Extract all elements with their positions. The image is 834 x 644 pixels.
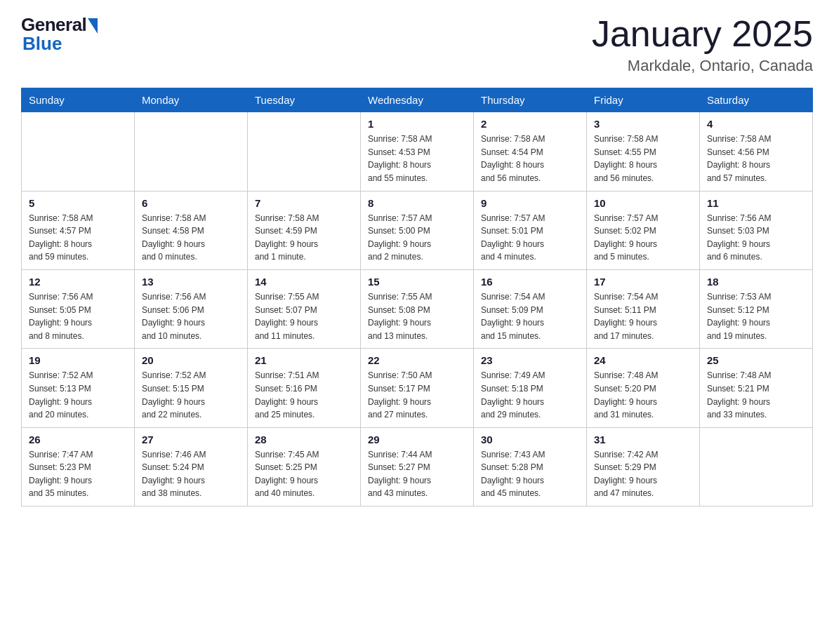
day-number: 22 [368,354,466,366]
day-info: Sunrise: 7:52 AMSunset: 5:13 PMDaylight:… [29,369,127,421]
day-number: 18 [707,276,805,288]
day-info: Sunrise: 7:54 AMSunset: 5:09 PMDaylight:… [481,290,579,342]
location-title: Markdale, Ontario, Canada [592,57,813,75]
day-info: Sunrise: 7:58 AMSunset: 4:59 PMDaylight:… [255,212,353,264]
calendar-cell: 31Sunrise: 7:42 AMSunset: 5:29 PMDayligh… [587,427,700,506]
calendar-cell: 24Sunrise: 7:48 AMSunset: 5:20 PMDayligh… [587,349,700,427]
day-number: 21 [255,354,353,366]
day-info: Sunrise: 7:51 AMSunset: 5:16 PMDaylight:… [255,369,353,421]
day-info: Sunrise: 7:56 AMSunset: 5:03 PMDaylight:… [707,212,805,264]
day-info: Sunrise: 7:57 AMSunset: 5:00 PMDaylight:… [368,212,466,264]
day-info: Sunrise: 7:43 AMSunset: 5:28 PMDaylight:… [481,448,579,500]
calendar-body: 1Sunrise: 7:58 AMSunset: 4:53 PMDaylight… [22,112,813,507]
weekday-header-wednesday: Wednesday [361,88,474,112]
calendar-cell: 16Sunrise: 7:54 AMSunset: 5:09 PMDayligh… [474,269,587,348]
day-number: 29 [368,434,466,445]
calendar-cell [248,112,361,191]
day-info: Sunrise: 7:49 AMSunset: 5:18 PMDaylight:… [481,369,579,421]
calendar-cell: 9Sunrise: 7:57 AMSunset: 5:01 PMDaylight… [474,191,587,269]
month-title: January 2025 [592,14,813,54]
weekday-header-thursday: Thursday [474,88,587,112]
day-number: 25 [707,354,805,366]
day-info: Sunrise: 7:57 AMSunset: 5:02 PMDaylight:… [594,212,692,264]
day-number: 16 [481,276,579,288]
day-number: 31 [594,434,692,445]
day-number: 27 [142,434,240,445]
day-number: 30 [481,434,579,445]
day-info: Sunrise: 7:45 AMSunset: 5:25 PMDaylight:… [255,448,353,500]
day-number: 9 [481,197,579,209]
calendar-cell: 21Sunrise: 7:51 AMSunset: 5:16 PMDayligh… [248,349,361,427]
day-info: Sunrise: 7:58 AMSunset: 4:57 PMDaylight:… [29,212,127,264]
page-header: General Blue January 2025 Markdale, Onta… [21,14,813,75]
day-number: 2 [481,118,579,130]
calendar-cell: 26Sunrise: 7:47 AMSunset: 5:23 PMDayligh… [22,427,135,506]
weekday-header-saturday: Saturday [700,88,813,112]
day-info: Sunrise: 7:58 AMSunset: 4:56 PMDaylight:… [707,133,805,185]
logo-blue-text: Blue [22,33,62,55]
day-info: Sunrise: 7:58 AMSunset: 4:53 PMDaylight:… [368,133,466,185]
day-info: Sunrise: 7:44 AMSunset: 5:27 PMDaylight:… [368,448,466,500]
day-info: Sunrise: 7:56 AMSunset: 5:05 PMDaylight:… [29,290,127,342]
calendar-table: SundayMondayTuesdayWednesdayThursdayFrid… [21,88,813,507]
logo-triangle-icon [88,18,98,34]
day-number: 26 [29,434,127,445]
day-info: Sunrise: 7:42 AMSunset: 5:29 PMDaylight:… [594,448,692,500]
calendar-cell: 30Sunrise: 7:43 AMSunset: 5:28 PMDayligh… [474,427,587,506]
day-number: 17 [594,276,692,288]
weekday-header-row: SundayMondayTuesdayWednesdayThursdayFrid… [22,88,813,112]
day-info: Sunrise: 7:48 AMSunset: 5:20 PMDaylight:… [594,369,692,421]
calendar-week-row: 26Sunrise: 7:47 AMSunset: 5:23 PMDayligh… [22,427,813,506]
day-info: Sunrise: 7:58 AMSunset: 4:54 PMDaylight:… [481,133,579,185]
calendar-week-row: 1Sunrise: 7:58 AMSunset: 4:53 PMDaylight… [22,112,813,191]
weekday-header-friday: Friday [587,88,700,112]
calendar-cell: 29Sunrise: 7:44 AMSunset: 5:27 PMDayligh… [361,427,474,506]
calendar-cell: 15Sunrise: 7:55 AMSunset: 5:08 PMDayligh… [361,269,474,348]
calendar-cell [135,112,248,191]
weekday-header-monday: Monday [135,88,248,112]
day-number: 15 [368,276,466,288]
day-info: Sunrise: 7:55 AMSunset: 5:08 PMDaylight:… [368,290,466,342]
day-number: 10 [594,197,692,209]
calendar-cell: 28Sunrise: 7:45 AMSunset: 5:25 PMDayligh… [248,427,361,506]
calendar-cell: 8Sunrise: 7:57 AMSunset: 5:00 PMDaylight… [361,191,474,269]
title-section: January 2025 Markdale, Ontario, Canada [592,14,813,75]
calendar-week-row: 12Sunrise: 7:56 AMSunset: 5:05 PMDayligh… [22,269,813,348]
day-info: Sunrise: 7:54 AMSunset: 5:11 PMDaylight:… [594,290,692,342]
day-number: 7 [255,197,353,209]
day-info: Sunrise: 7:58 AMSunset: 4:58 PMDaylight:… [142,212,240,264]
calendar-cell: 12Sunrise: 7:56 AMSunset: 5:05 PMDayligh… [22,269,135,348]
day-info: Sunrise: 7:47 AMSunset: 5:23 PMDaylight:… [29,448,127,500]
calendar-cell: 17Sunrise: 7:54 AMSunset: 5:11 PMDayligh… [587,269,700,348]
day-number: 6 [142,197,240,209]
calendar-cell: 22Sunrise: 7:50 AMSunset: 5:17 PMDayligh… [361,349,474,427]
day-info: Sunrise: 7:56 AMSunset: 5:06 PMDaylight:… [142,290,240,342]
calendar-week-row: 5Sunrise: 7:58 AMSunset: 4:57 PMDaylight… [22,191,813,269]
calendar-week-row: 19Sunrise: 7:52 AMSunset: 5:13 PMDayligh… [22,349,813,427]
calendar-cell: 10Sunrise: 7:57 AMSunset: 5:02 PMDayligh… [587,191,700,269]
day-number: 11 [707,197,805,209]
calendar-cell: 27Sunrise: 7:46 AMSunset: 5:24 PMDayligh… [135,427,248,506]
calendar-cell: 7Sunrise: 7:58 AMSunset: 4:59 PMDaylight… [248,191,361,269]
day-info: Sunrise: 7:55 AMSunset: 5:07 PMDaylight:… [255,290,353,342]
weekday-header-sunday: Sunday [22,88,135,112]
calendar-cell [22,112,135,191]
day-info: Sunrise: 7:46 AMSunset: 5:24 PMDaylight:… [142,448,240,500]
logo: General Blue [21,14,98,55]
calendar-cell: 18Sunrise: 7:53 AMSunset: 5:12 PMDayligh… [700,269,813,348]
day-number: 20 [142,354,240,366]
calendar-cell: 6Sunrise: 7:58 AMSunset: 4:58 PMDaylight… [135,191,248,269]
day-number: 14 [255,276,353,288]
weekday-header-tuesday: Tuesday [248,88,361,112]
calendar-cell: 4Sunrise: 7:58 AMSunset: 4:56 PMDaylight… [700,112,813,191]
calendar-header: SundayMondayTuesdayWednesdayThursdayFrid… [22,88,813,112]
day-number: 28 [255,434,353,445]
day-info: Sunrise: 7:48 AMSunset: 5:21 PMDaylight:… [707,369,805,421]
day-number: 19 [29,354,127,366]
calendar-cell [700,427,813,506]
calendar-cell: 14Sunrise: 7:55 AMSunset: 5:07 PMDayligh… [248,269,361,348]
day-number: 8 [368,197,466,209]
calendar-cell: 3Sunrise: 7:58 AMSunset: 4:55 PMDaylight… [587,112,700,191]
day-number: 24 [594,354,692,366]
calendar-cell: 13Sunrise: 7:56 AMSunset: 5:06 PMDayligh… [135,269,248,348]
